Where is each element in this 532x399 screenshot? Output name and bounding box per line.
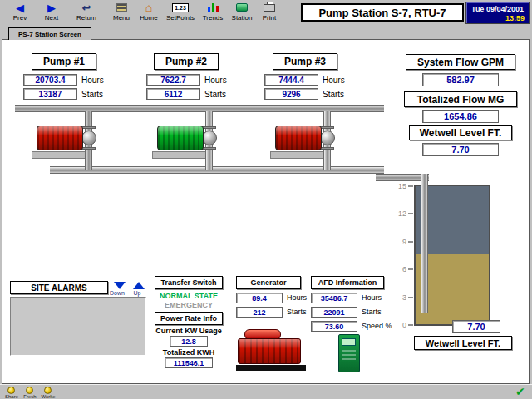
trends-bar-green (212, 3, 214, 12)
totalized-flow-value: 1654.86 (422, 110, 499, 123)
station-icon (227, 1, 257, 14)
generator-hours-value: 89.4 (236, 293, 283, 303)
return-arrow-icon: ↩ (70, 1, 103, 14)
pump2-hours-label: Hours (204, 76, 227, 85)
tank-scale-0: 0 (392, 321, 406, 329)
tank-scale-15: 15 (392, 182, 406, 190)
time-text: 13:59 (466, 14, 529, 22)
pump2-flange-bottom (202, 147, 216, 150)
suction-manifold-pipe (50, 166, 384, 174)
station-button[interactable]: Station (227, 1, 257, 26)
transfer-emergency-state: EMERGENCY (155, 301, 223, 309)
setpoints-label: SetPoints (163, 14, 198, 22)
setpoints-icon-text: 1.23 (172, 3, 189, 12)
afd-display (342, 338, 356, 346)
arrow-left-icon: ◀ (5, 1, 35, 14)
site-alarms-title: SITE ALARMS (10, 281, 108, 294)
menu-button[interactable]: Menu (106, 1, 136, 26)
trends-bar-blue (208, 7, 210, 12)
printer-icon (256, 1, 283, 14)
pump2-check-valve (202, 131, 217, 145)
taskbar-worlte-icon[interactable] (44, 387, 52, 394)
wetwell-level-value: 7.70 (422, 143, 499, 156)
arrow-right-icon: ▶ (37, 1, 66, 14)
trends-button[interactable]: Trends (199, 1, 227, 26)
return-button[interactable]: ↩ Return (70, 1, 103, 26)
pump3-hours-label: Hours (323, 76, 345, 85)
afd-keypad (342, 350, 356, 362)
generator-base (236, 365, 306, 371)
printer-paper (267, 2, 273, 5)
generator-starts-value: 212 (236, 307, 283, 318)
prev-button[interactable]: ◀ Prev (5, 1, 35, 26)
pump1-hours-label: Hours (81, 76, 104, 85)
datetime-box: Tue 09/04/2001 13:59 (466, 2, 530, 24)
pump3-starts-value: 9296 (264, 88, 318, 100)
pump3-flange-bottom (320, 147, 334, 150)
pump2-starts-label: Starts (204, 90, 226, 99)
tank-tick-9 (408, 241, 413, 243)
return-label: Return (70, 14, 103, 22)
system-flow-value: 582.97 (422, 73, 499, 86)
generator-body (238, 338, 301, 364)
wetwell-drop-pipe (421, 174, 428, 313)
afd-speed-label: Speed % (362, 322, 392, 330)
station-label: Station (227, 14, 257, 22)
pump3-pad (270, 151, 328, 159)
next-button[interactable]: ▶ Next (37, 1, 66, 26)
toolbar: ◀ Prev ▶ Next ↩ Return Menu ⌂ Home 1.23 … (0, 0, 532, 27)
tank-tick-0 (408, 324, 413, 326)
pump3-check-valve (320, 131, 335, 145)
alarm-down-label: Down (108, 290, 126, 296)
system-flow-title: System Flow GPM (406, 54, 515, 70)
totalized-flow-title: Totalized Flow MG (404, 91, 517, 107)
pump3-flange-top (320, 126, 334, 129)
menu-icon-glyph (116, 3, 127, 12)
tank-tick-6 (408, 268, 413, 270)
generator-hours-label: Hours (287, 293, 307, 302)
alarm-list-panel[interactable] (10, 297, 146, 356)
afd-information-button[interactable]: AFD Information (311, 276, 384, 289)
tank-tick-15 (408, 185, 413, 187)
taskbar: Share Fresh Worlte ✔ (0, 384, 532, 399)
next-label: Next (37, 14, 66, 22)
tank-caption: Wetwell Level FT. (414, 336, 512, 350)
tank-scale-12: 12 (392, 209, 406, 218)
trends-chart-icon (199, 1, 227, 14)
pump1-flange-bottom (81, 147, 96, 150)
current-kw-label: Current KW Usage (150, 327, 227, 335)
pump1-hours-value: 20703.4 (23, 74, 77, 86)
pump3-motor[interactable] (275, 126, 322, 150)
page-title: Pump Station S-7, RTU-7 (301, 3, 464, 22)
power-rate-info-button[interactable]: Power Rate Info (155, 312, 223, 325)
alarm-scroll-down-icon[interactable] (114, 282, 126, 289)
generator-button[interactable]: Generator (236, 276, 301, 289)
home-label: Home (135, 14, 162, 22)
generator-starts-label: Starts (287, 308, 307, 316)
pump1-check-valve (81, 131, 96, 145)
printer-icon-glyph (264, 4, 275, 12)
menu-label: Menu (106, 14, 136, 22)
pump2-motor[interactable] (157, 126, 204, 150)
status-ok-check-icon: ✔ (515, 385, 525, 398)
wetwell-level-title: Wetwell Level FT. (409, 125, 512, 140)
transfer-switch-button[interactable]: Transfer Switch (155, 276, 223, 289)
tank-scale-9: 9 (392, 238, 406, 246)
menu-icon (106, 1, 136, 14)
tank-tick-3 (408, 297, 413, 298)
taskbar-share-icon[interactable] (7, 387, 15, 394)
tank-scale-6: 6 (392, 265, 406, 273)
pump1-flange-top (81, 126, 96, 129)
print-button[interactable]: Print (256, 1, 283, 26)
alarm-scroll-up-icon[interactable] (133, 282, 145, 289)
pump2-starts-value: 6112 (146, 88, 200, 100)
pump2-pad (152, 151, 210, 159)
tab-ps7-station-screen[interactable]: PS-7 Station Screen (8, 27, 91, 40)
setpoints-button[interactable]: 1.23 SetPoints (163, 1, 198, 26)
afd-hours-label: Hours (362, 293, 382, 302)
pump3-title: Pump #3 (273, 53, 337, 70)
home-button[interactable]: ⌂ Home (135, 1, 162, 26)
pump1-motor[interactable] (37, 126, 83, 150)
transfer-normal-state: NORMAL STATE (155, 292, 223, 300)
taskbar-fresh-icon[interactable] (26, 387, 33, 394)
